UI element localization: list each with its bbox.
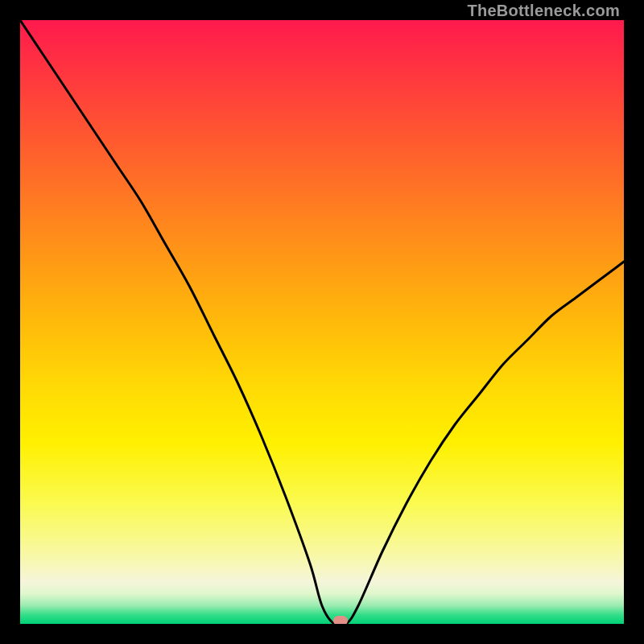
watermark-text: TheBottleneck.com	[467, 2, 620, 20]
optimal-point-marker	[333, 616, 348, 624]
bottleneck-curve	[20, 20, 624, 624]
chart-area	[20, 20, 624, 624]
